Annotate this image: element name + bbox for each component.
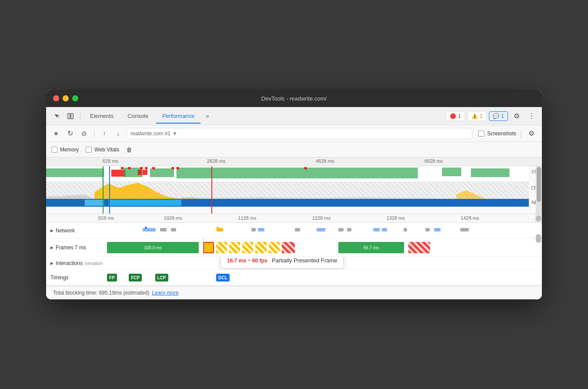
frame-667ms-label: 66.7 ms — [364, 245, 379, 250]
svg-rect-43 — [460, 228, 469, 231]
record-button[interactable]: ● — [50, 128, 62, 139]
marker-2628: 2628 ms — [207, 158, 225, 164]
svg-marker-22 — [46, 194, 94, 199]
interactions-row-content: 16.7 ms ~ 60 fps Partially Presented Fra… — [98, 257, 535, 269]
svg-rect-13 — [140, 167, 143, 169]
svg-rect-16 — [172, 167, 174, 169]
upload-button[interactable]: ↑ — [99, 128, 110, 139]
frame-100ms-label: 100.0 ms — [144, 245, 162, 250]
svg-marker-19 — [94, 183, 181, 199]
scrollbar-thumb[interactable] — [537, 167, 541, 202]
svg-rect-32 — [251, 228, 256, 231]
svg-rect-29 — [160, 228, 167, 231]
tab-separator — [80, 112, 80, 121]
overview-scrollbar[interactable] — [536, 166, 542, 214]
frame-block-667ms[interactable]: 66.7 ms — [338, 242, 404, 253]
screenshots-check-box[interactable] — [478, 131, 484, 137]
svg-rect-41 — [425, 228, 430, 231]
frame-block-ys2[interactable] — [229, 242, 240, 253]
download-button[interactable]: ↓ — [113, 128, 124, 139]
screenshots-label: Screenshots — [487, 131, 516, 137]
svg-rect-10 — [471, 168, 510, 177]
overview-time-markers: 628 ms 2628 ms 4628 ms 6628 ms — [46, 158, 542, 166]
svg-rect-2 — [46, 168, 104, 177]
interactions-expand-icon[interactable]: ▶ — [50, 261, 53, 265]
clear-button[interactable]: ⊘ — [78, 128, 90, 139]
frame-block-ys1[interactable] — [216, 242, 227, 253]
settings-button[interactable]: ⚙ — [511, 110, 523, 122]
svg-rect-44 — [145, 227, 147, 229]
memory-check-box[interactable] — [51, 147, 57, 153]
frame-block-selected[interactable] — [203, 242, 214, 253]
frame-block-rs1[interactable] — [282, 242, 295, 253]
svg-rect-6 — [143, 170, 147, 175]
info-badge[interactable]: 💬 1 — [489, 111, 508, 121]
interactions-label: Interactions — [56, 260, 83, 266]
frame-block-rs2[interactable] — [408, 242, 430, 253]
checkboxes-row: Memory Web Vitals 🗑 — [46, 142, 542, 158]
time-ruler: 928 ms 1028 ms 1128 ms 1228 ms 1328 ms 1… — [46, 214, 542, 223]
tab-bar-right: 🔴 1 ⚠️ 1 💬 1 ⚙ ⋮ — [446, 110, 538, 122]
error-badge[interactable]: 🔴 1 — [446, 111, 465, 121]
svg-rect-9 — [442, 168, 461, 176]
frame-block-ys5[interactable] — [269, 242, 280, 253]
network-row-label[interactable]: ▶ Network — [46, 223, 98, 238]
perf-settings-button[interactable]: ⚙ — [525, 127, 538, 140]
frame-block-ys4[interactable] — [255, 242, 266, 253]
svg-rect-5 — [138, 170, 142, 175]
close-button[interactable] — [53, 95, 59, 101]
web-vitals-label: Web Vitals — [94, 147, 119, 153]
tooltip-description: Partially Presented Frame — [269, 257, 337, 264]
learn-more-link[interactable]: Learn more — [152, 290, 178, 296]
warning-icon: ⚠️ — [471, 113, 478, 119]
info-count: 1 — [501, 113, 504, 119]
cursor-icon[interactable] — [50, 110, 63, 122]
svg-rect-33 — [258, 228, 264, 231]
tab-console[interactable]: Console — [121, 109, 154, 124]
performance-toolbar: ● ↻ ⊘ ↑ ↓ readwrite.com #1 ▼ Screenshots… — [46, 125, 542, 142]
url-dropdown-icon[interactable]: ▼ — [172, 131, 177, 137]
svg-rect-18 — [304, 167, 307, 169]
overview-chart[interactable]: 628 ms 2628 ms 4628 ms 6628 ms — [46, 158, 542, 214]
timings-row-content: FP FCP LCP DCL — [98, 270, 535, 285]
url-selector[interactable]: readwrite.com #1 ▼ — [127, 128, 472, 139]
animation-label: nimation — [85, 261, 103, 266]
frame-block-ys3[interactable] — [242, 242, 253, 253]
reload-button[interactable]: ↻ — [64, 128, 76, 139]
tab-performance[interactable]: Performance — [156, 109, 200, 124]
web-vitals-check-box[interactable] — [86, 147, 92, 153]
frames-row-label[interactable]: ▶ Frames 7 ms — [46, 238, 98, 257]
memory-checkbox[interactable]: Memory — [51, 147, 79, 153]
timeline-scrollbar[interactable] — [536, 215, 541, 221]
timings-row: Timings FP FCP LCP DCL — [46, 270, 542, 285]
svg-rect-17 — [177, 167, 179, 169]
marker-6628: 6628 ms — [424, 158, 443, 164]
net-track — [46, 199, 529, 207]
frame-tooltip: 16.7 ms ~ 60 fps Partially Presented Fra… — [220, 257, 344, 268]
more-options-button[interactable]: ⋮ — [525, 110, 538, 122]
dock-icon[interactable] — [64, 110, 77, 122]
tab-elements[interactable]: Elements — [84, 109, 120, 124]
web-vitals-checkbox[interactable]: Web Vitals — [86, 147, 119, 153]
v-marker-red — [211, 166, 212, 214]
marker-628: 628 ms — [103, 158, 118, 164]
svg-marker-21 — [457, 190, 486, 199]
traffic-lights — [53, 95, 78, 101]
screenshots-checkbox[interactable]: Screenshots — [478, 131, 516, 137]
warning-badge[interactable]: ⚠️ 1 — [468, 111, 487, 121]
maximize-button[interactable] — [72, 95, 78, 101]
svg-rect-45 — [217, 227, 219, 229]
network-expand-icon[interactable]: ▶ — [50, 228, 53, 233]
clear-recordings-button[interactable]: 🗑 — [126, 146, 132, 153]
devtools-body: Elements Console Performance » 🔴 1 ⚠️ 1 … — [46, 107, 542, 299]
frames-expand-icon[interactable]: ▶ — [50, 245, 53, 250]
timing-lcp: LCP — [155, 274, 168, 282]
minimize-button[interactable] — [63, 95, 69, 101]
tab-more[interactable]: » — [202, 111, 212, 121]
status-bar: Total blocking time: 695.19ms (estimated… — [46, 286, 542, 299]
interactions-row-label[interactable]: ▶ Interactions nimation — [46, 257, 98, 270]
svg-rect-14 — [145, 167, 148, 169]
svg-rect-35 — [317, 228, 325, 231]
frame-block-100ms[interactable]: 100.0 ms — [107, 242, 199, 253]
tab-bar: Elements Console Performance » 🔴 1 ⚠️ 1 … — [46, 107, 542, 125]
